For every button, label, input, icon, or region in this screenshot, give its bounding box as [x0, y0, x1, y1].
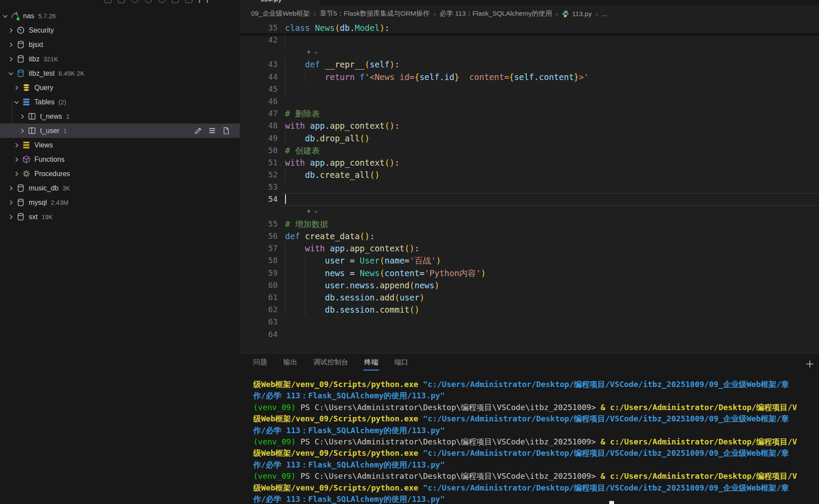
line-number[interactable]: 59 [240, 267, 278, 279]
line-number[interactable]: 50 [240, 144, 278, 157]
chevron-right-icon[interactable] [7, 214, 14, 220]
edit-pencil-button[interactable] [194, 127, 202, 135]
toolbar-icon[interactable] [185, 0, 192, 3]
breadcrumb-item[interactable]: 113.py [562, 10, 591, 18]
inline-chat-hint[interactable] [240, 46, 819, 58]
tree-item-detail: 1 [63, 127, 67, 134]
panel-tab-终端[interactable]: 终端 [364, 358, 378, 370]
line-number[interactable]: 55 [240, 218, 278, 230]
line-number[interactable]: 46 [240, 95, 278, 107]
database-icon [17, 40, 25, 49]
terminal-line: (venv_09) PS C:\Users\Administrator\Desk… [240, 471, 819, 482]
chevron-right-icon[interactable] [13, 84, 20, 91]
chevron-right-icon[interactable] [7, 185, 14, 192]
code-line: 52 db.create_all() [240, 169, 819, 181]
code-editor[interactable]: 35class News(db.Model): 4243 def __repr_… [240, 22, 819, 353]
breadcrumb-item[interactable]: 章节5：Flask数据库集成与ORM操作 [320, 9, 430, 18]
chevron-right-icon[interactable] [7, 41, 14, 48]
line-number[interactable]: 64 [240, 328, 278, 340]
chevron-right-icon[interactable] [19, 127, 26, 134]
database-tree: nas5.7.26Securitybjsxtitbz321Kitbz_test6… [0, 9, 240, 224]
inline-chat-hint[interactable] [240, 206, 819, 218]
chevron-right-icon[interactable] [13, 170, 20, 177]
code-token: self [514, 72, 534, 82]
line-number[interactable]: 56 [240, 230, 278, 242]
tree-item-sxt[interactable]: sxt19K [0, 210, 240, 224]
toolbar-icon[interactable] [118, 0, 125, 3]
line-number[interactable]: 45 [240, 83, 278, 95]
code-line: 57 with app.app_context(): [240, 242, 819, 254]
line-number[interactable]: 43 [240, 58, 278, 70]
line-number[interactable]: 62 [240, 304, 278, 316]
line-number[interactable]: 44 [240, 71, 278, 83]
line-number[interactable]: 58 [240, 254, 278, 267]
chevron-right-icon[interactable] [7, 56, 14, 63]
tree-item-nas[interactable]: nas5.7.26 [0, 9, 240, 23]
code-token: # 增加数据 [285, 219, 328, 229]
panel-tab-问题[interactable]: 问题 [253, 358, 267, 370]
line-number[interactable]: 48 [240, 120, 278, 132]
tree-item-Tables[interactable]: Tables(2) [0, 95, 240, 109]
tree-item-Views[interactable]: Views [0, 138, 240, 152]
tree-item-t_user[interactable]: t_user1 [0, 123, 240, 138]
tree-item-mysql[interactable]: mysql2.43M [0, 195, 240, 210]
menu-button[interactable] [208, 127, 216, 135]
panel-tab-调试控制台[interactable]: 调试控制台 [313, 358, 348, 370]
toolbar-icon[interactable] [104, 0, 111, 3]
code-token: ( [379, 256, 384, 265]
line-number[interactable]: 49 [240, 132, 278, 144]
line-number[interactable]: 53 [240, 181, 278, 193]
terminal-text-segment: 级Web框架/venv_09/Scripts/python.exe [253, 448, 423, 457]
code-token: () [360, 134, 370, 143]
tree-item-Query[interactable]: Query [0, 80, 240, 95]
chevron-right-icon[interactable] [13, 156, 20, 163]
toolbar-icon[interactable] [145, 0, 152, 3]
panel-tab-输出[interactable]: 输出 [283, 358, 297, 370]
line-number[interactable]: 52 [240, 169, 278, 181]
tree-item-Functions[interactable]: Functions [0, 152, 240, 167]
file-button[interactable] [222, 127, 230, 135]
breadcrumb-item[interactable]: ... [602, 10, 608, 18]
sticky-scroll-line[interactable]: 35class News(db.Model): [240, 22, 819, 34]
code-token: . [534, 72, 539, 82]
tree-item-music_db[interactable]: music_db3K [0, 181, 240, 195]
tree-item-itbz_test[interactable]: itbz_test6.49K 2K [0, 66, 240, 80]
toolbar-icon[interactable] [131, 0, 138, 3]
code-token: app [330, 244, 345, 253]
toolbar-icon[interactable] [172, 0, 179, 3]
panel-tab-端口[interactable]: 端口 [394, 358, 408, 370]
terminal-output[interactable]: 级Web框架/venv_09/Scripts/python.exe "c:/Us… [240, 379, 819, 504]
tab-113py[interactable]: 113.py [240, 0, 319, 6]
tree-item-t_news[interactable]: t_news1 [0, 109, 240, 123]
line-number[interactable]: 51 [240, 157, 278, 169]
code-token: = [420, 268, 424, 278]
line-number[interactable]: 42 [240, 34, 278, 46]
chevron-right-icon[interactable] [7, 27, 14, 34]
chevron-right-icon[interactable] [13, 142, 20, 149]
breadcrumb-item[interactable]: 09_企业级Web框架 [251, 9, 310, 18]
chevron-down-icon[interactable] [7, 70, 14, 77]
line-number[interactable]: 35 [240, 22, 278, 34]
new-terminal-button[interactable] [805, 359, 815, 369]
line-number[interactable]: 47 [240, 107, 278, 120]
terminal-text-segment: PS C:\Users\Administrator\Desktop\编程项目\V… [296, 471, 601, 481]
tree-item-itbz[interactable]: itbz321K [0, 52, 240, 66]
tree-item-bjsxt[interactable]: bjsxt [0, 37, 240, 52]
chevron-down-icon[interactable] [2, 13, 9, 20]
breadcrumb-item[interactable]: 必学 113：Flask_SQLAlchemy的使用 [440, 9, 552, 18]
line-number[interactable]: 61 [240, 291, 278, 304]
tree-item-Procedures[interactable]: Procedures [0, 167, 240, 181]
line-number[interactable]: 63 [240, 316, 278, 328]
toolbar-icon[interactable] [199, 0, 200, 3]
code-token: def [285, 60, 325, 69]
tree-item-Security[interactable]: Security [0, 23, 240, 37]
toolbar-icon[interactable] [158, 0, 165, 3]
chevron-down-icon[interactable] [13, 99, 20, 106]
line-number[interactable]: 57 [240, 242, 278, 254]
tree-item-label: Security [29, 27, 54, 34]
line-number[interactable]: 60 [240, 279, 278, 291]
chevron-right-icon[interactable] [19, 113, 26, 120]
line-number[interactable]: 54 [240, 193, 278, 205]
toolbar-icon[interactable] [207, 0, 208, 3]
chevron-right-icon[interactable] [7, 199, 14, 206]
